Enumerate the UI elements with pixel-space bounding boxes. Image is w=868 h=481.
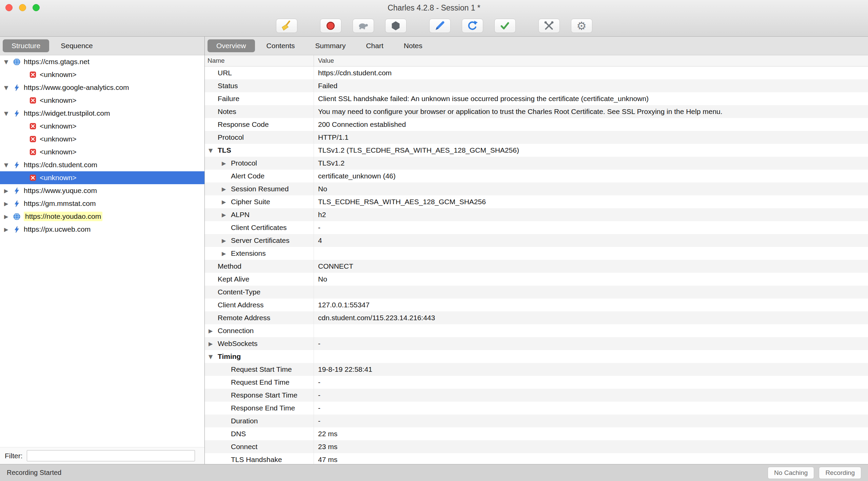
recording-button[interactable]: Recording — [819, 467, 861, 479]
tree-row[interactable]: ▶https://gm.mmstat.com — [0, 197, 204, 210]
zoom-button[interactable] — [33, 4, 40, 11]
chevron-right-icon[interactable]: ▶ — [4, 226, 13, 233]
error-icon — [29, 71, 37, 78]
filter-label: Filter: — [5, 452, 23, 460]
row-name: Protocol — [218, 133, 244, 141]
tab-summary[interactable]: Summary — [307, 39, 355, 52]
name-cell: Failure — [205, 92, 314, 105]
tab-chart[interactable]: Chart — [357, 39, 392, 52]
breakpoints-button[interactable] — [385, 19, 407, 33]
table-row[interactable]: Remote Addresscdn.student.com/115.223.14… — [205, 311, 868, 324]
error-icon — [29, 174, 37, 181]
compose-button[interactable] — [429, 19, 451, 33]
validate-button[interactable] — [494, 19, 516, 33]
table-row[interactable]: StatusFailed — [205, 79, 868, 92]
tree-row[interactable]: ▼https://cms.gtags.net — [0, 55, 204, 68]
table-row[interactable]: ▶Connection — [205, 324, 868, 337]
table-row[interactable]: ▶Session ResumedNo — [205, 182, 868, 195]
chevron-right-icon[interactable]: ▶ — [4, 188, 13, 194]
tree-row[interactable]: ▼https://widget.trustpilot.com — [0, 107, 204, 120]
table-row[interactable]: ▶WebSockets- — [205, 337, 868, 350]
chevron-right-icon[interactable]: ▶ — [222, 160, 226, 167]
table-row[interactable]: Connect23 ms — [205, 440, 868, 453]
chevron-right-icon[interactable]: ▶ — [209, 341, 213, 347]
table-row[interactable]: NotesYou may need to configure your brow… — [205, 105, 868, 118]
tree-row[interactable]: <unknown> — [0, 94, 204, 107]
table-row[interactable]: Request End Time- — [205, 376, 868, 389]
tree-row[interactable]: <unknown> — [0, 68, 204, 81]
chevron-down-icon[interactable]: ▼ — [4, 59, 13, 65]
table-row[interactable]: Response Start Time- — [205, 389, 868, 402]
table-row[interactable]: ▶ALPNh2 — [205, 208, 868, 221]
tree-row[interactable]: <unknown> — [0, 171, 204, 184]
tree-row[interactable]: ▶https://www.yuque.com — [0, 184, 204, 197]
throttle-button[interactable] — [353, 19, 374, 33]
tab-structure[interactable]: Structure — [3, 39, 49, 52]
table-row[interactable]: Client Certificates- — [205, 221, 868, 234]
table-row[interactable]: ▶Server Certificates4 — [205, 234, 868, 247]
table-row[interactable]: Client Address127.0.0.1:55347 — [205, 299, 868, 311]
repeat-button[interactable] — [462, 19, 483, 33]
tab-overview[interactable]: Overview — [208, 39, 255, 52]
filter-input[interactable] — [27, 450, 195, 461]
table-row[interactable]: ▶ProtocolTLSv1.2 — [205, 157, 868, 170]
tab-sequence[interactable]: Sequence — [52, 39, 102, 52]
chevron-down-icon[interactable]: ▼ — [209, 353, 213, 360]
table-row[interactable]: MethodCONNECT — [205, 260, 868, 273]
check-icon — [499, 20, 511, 32]
tree-row[interactable]: ▼https://cdn.student.com — [0, 158, 204, 171]
chevron-down-icon[interactable]: ▼ — [4, 162, 13, 168]
table-row[interactable]: Content-Type — [205, 286, 868, 299]
chevron-down-icon[interactable]: ▼ — [4, 84, 13, 91]
tree-row[interactable]: ▼https://www.google-analytics.com — [0, 81, 204, 94]
table-row[interactable]: Duration- — [205, 415, 868, 427]
tree-row[interactable]: <unknown> — [0, 146, 204, 158]
close-button[interactable] — [5, 4, 13, 11]
chevron-down-icon[interactable]: ▼ — [209, 147, 213, 154]
chevron-down-icon[interactable]: ▼ — [4, 110, 13, 117]
table-row[interactable]: ProtocolHTTP/1.1 — [205, 131, 868, 144]
settings-button[interactable]: ⚙ — [571, 19, 592, 33]
table-row[interactable]: FailureClient SSL handshake failed: An u… — [205, 92, 868, 105]
chevron-right-icon[interactable]: ▶ — [222, 199, 226, 205]
table-row[interactable]: Kept AliveNo — [205, 273, 868, 286]
broom-icon — [280, 20, 293, 32]
no-caching-button[interactable]: No Caching — [768, 467, 814, 479]
table-row[interactable]: DNS22 ms — [205, 427, 868, 440]
record-button[interactable] — [320, 19, 341, 33]
chevron-right-icon[interactable]: ▶ — [222, 186, 226, 192]
tree-row-label: <unknown> — [40, 174, 77, 182]
minimize-button[interactable] — [19, 4, 26, 11]
tree-row[interactable]: <unknown> — [0, 133, 204, 146]
tab-contents[interactable]: Contents — [258, 39, 304, 52]
table-row[interactable]: ▶Extensions — [205, 247, 868, 260]
tree-row[interactable]: ▶https://note.youdao.com — [0, 210, 204, 223]
chevron-right-icon[interactable]: ▶ — [209, 328, 213, 334]
table-row[interactable]: ▼TLSTLSv1.2 (TLS_ECDHE_RSA_WITH_AES_128_… — [205, 144, 868, 157]
chevron-right-icon[interactable]: ▶ — [4, 200, 13, 207]
chevron-right-icon[interactable]: ▶ — [222, 250, 226, 257]
table-row[interactable]: Response End Time- — [205, 402, 868, 415]
table-row[interactable]: ▼Timing — [205, 350, 868, 363]
tools-button[interactable] — [538, 19, 560, 33]
value-cell: certificate_unknown (46) — [314, 170, 868, 182]
table-row[interactable]: Alert Codecertificate_unknown (46) — [205, 170, 868, 182]
table-row[interactable]: Request Start Time19-8-19 22:58:41 — [205, 363, 868, 376]
chevron-right-icon[interactable]: ▶ — [222, 237, 226, 244]
tree-row[interactable]: ▶https://px.ucweb.com — [0, 223, 204, 236]
name-cell: TLS Handshake — [205, 453, 314, 464]
row-name: Server Certificates — [231, 236, 290, 245]
table-row[interactable]: Response Code200 Connection established — [205, 118, 868, 131]
row-name: TLS — [218, 146, 231, 154]
table-row[interactable]: ▶Cipher SuiteTLS_ECDHE_RSA_WITH_AES_128_… — [205, 195, 868, 208]
status-buttons: No CachingRecording — [763, 467, 861, 479]
value-cell — [314, 247, 868, 260]
tree-row[interactable]: <unknown> — [0, 120, 204, 133]
tab-notes[interactable]: Notes — [395, 39, 431, 52]
clear-session-button[interactable] — [276, 19, 297, 33]
table-row[interactable]: TLS Handshake47 ms — [205, 453, 868, 464]
chevron-right-icon[interactable]: ▶ — [4, 213, 13, 220]
table-row[interactable]: URLhttps://cdn.student.com — [205, 66, 868, 79]
chevron-right-icon[interactable]: ▶ — [222, 212, 226, 218]
value-cell: - — [314, 221, 868, 234]
